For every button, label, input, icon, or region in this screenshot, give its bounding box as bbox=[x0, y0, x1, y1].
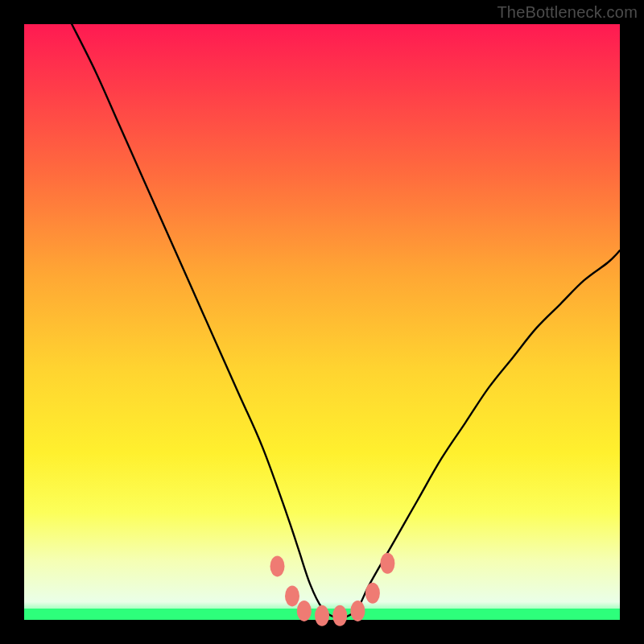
curve-marker bbox=[332, 605, 347, 626]
curve-marker bbox=[285, 585, 299, 606]
curve-marker bbox=[270, 555, 285, 576]
curve-marker bbox=[350, 601, 365, 621]
chart-svg bbox=[24, 24, 620, 620]
curve-marker bbox=[380, 553, 394, 574]
bottleneck-curve bbox=[72, 24, 620, 618]
chart-frame: TheBottleneck.com bbox=[0, 0, 644, 644]
curve-markers bbox=[270, 553, 395, 626]
watermark-label: TheBottleneck.com bbox=[497, 3, 638, 22]
curve-marker bbox=[297, 601, 312, 621]
curve-marker bbox=[315, 605, 329, 626]
curve-marker bbox=[365, 583, 380, 604]
